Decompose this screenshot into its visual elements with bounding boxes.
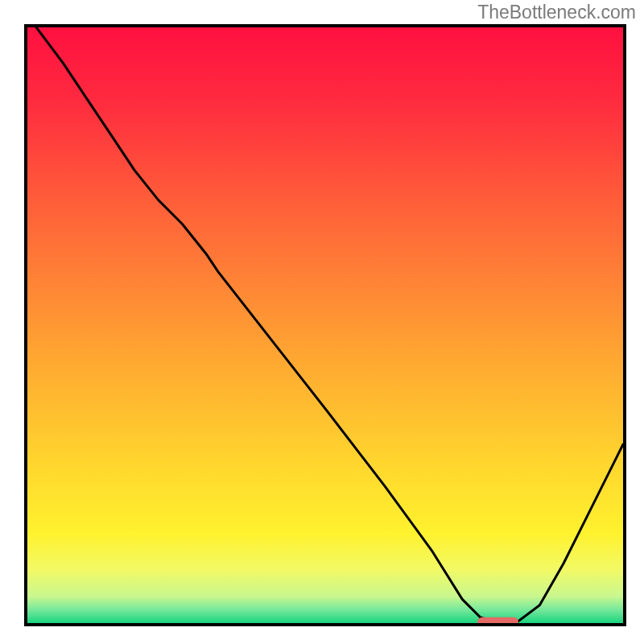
chart-line bbox=[27, 27, 623, 623]
watermark-text: TheBottleneck.com bbox=[477, 2, 636, 23]
optimal-range-marker bbox=[477, 617, 519, 626]
chart-frame bbox=[24, 24, 626, 626]
